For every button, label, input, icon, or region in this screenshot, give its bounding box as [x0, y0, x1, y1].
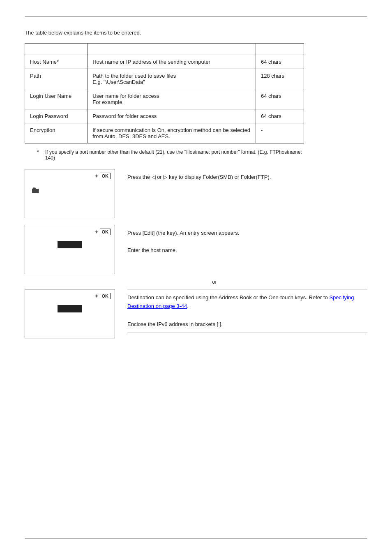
table-cell-encryption-desc: If secure communication is On, encryptio…	[88, 123, 256, 143]
step3-bottom-divider	[127, 333, 367, 333]
step2-dots-icon: ✦	[94, 229, 99, 235]
step3-top-divider	[127, 289, 367, 289]
step3-row: ✦ OK Destination can be specified using …	[25, 289, 367, 345]
step3-ok-button: ✦ OK	[94, 293, 111, 299]
table-header-3	[256, 44, 304, 55]
table-cell-login-user-label: Login User Name	[25, 89, 88, 109]
table-header-2	[88, 44, 256, 55]
table-header-1	[25, 44, 88, 55]
table-cell-path-size: 128 chars	[256, 69, 304, 89]
or-label: or	[212, 279, 217, 285]
step1-folder-icon: 🖿	[31, 185, 40, 196]
table-cell-encryption-size: -	[256, 123, 304, 143]
step2-row: ✦ OK Press [Edit] (the key). An entry sc…	[25, 225, 367, 281]
step3-info-top: Destination can be specified using the A…	[127, 292, 367, 312]
step1-instruction-text: Press the ◁ or ▷ key to display Folder(S…	[127, 174, 271, 180]
step3-black-bar	[58, 305, 82, 312]
table-row: Encryption If secure communication is On…	[25, 123, 304, 143]
step1-ok-label: OK	[100, 173, 111, 179]
step3-device-box: ✦ OK	[25, 289, 115, 338]
step3-dots-icon: ✦	[94, 293, 99, 299]
page: The table below explains the items to be…	[0, 0, 392, 555]
table-cell-path-label: Path	[25, 69, 88, 89]
step2-instruction: Press [Edit] (the key). An entry screen …	[127, 225, 367, 254]
table-cell-host-name-size: 64 chars	[256, 55, 304, 69]
step3-ok-label: OK	[100, 293, 111, 299]
table-row: Host Name* Host name or IP address of th…	[25, 55, 304, 69]
table-cell-login-user-desc: User name for folder access For example,	[88, 89, 256, 109]
table-cell-password-size: 64 chars	[256, 109, 304, 123]
step1-row: ✦ OK 🖿 Press the ◁ or ▷ key to display F…	[25, 169, 367, 225]
table-cell-password-label: Login Password	[25, 109, 88, 123]
table-cell-host-name-label: Host Name*	[25, 55, 88, 69]
table-cell-password-desc: Password for folder access	[88, 109, 256, 123]
main-table: Host Name* Host name or IP address of th…	[25, 43, 304, 143]
step2-instruction-bottom: Enter the host name.	[127, 247, 177, 253]
footnote-asterisk: *	[37, 149, 39, 155]
intro-text: The table below explains the items to be…	[25, 30, 367, 36]
step1-dots-icon: ✦	[94, 173, 99, 179]
step2-ok-button: ✦ OK	[94, 229, 111, 235]
step2-device-box: ✦ OK	[25, 225, 115, 274]
step3-right-panel: Destination can be specified using the A…	[127, 289, 367, 333]
step3-info-bottom-text: Enclose the IPv6 address in brackets [ ]…	[127, 321, 223, 327]
step2-ok-label: OK	[100, 229, 111, 235]
footnote-text: If you specify a port number other than …	[45, 149, 302, 161]
step2-black-bar	[58, 241, 82, 248]
or-divider: or	[62, 279, 367, 285]
step1-device-box: ✦ OK 🖿	[25, 169, 115, 218]
table-cell-login-user-size: 64 chars	[256, 89, 304, 109]
table-cell-host-name-desc: Host name or IP address of the sending c…	[88, 55, 256, 69]
step1-instruction: Press the ◁ or ▷ key to display Folder(S…	[127, 169, 367, 182]
step3-info-top-text: Destination can be specified using the A…	[127, 294, 354, 309]
table-row: Login Password Password for folder acces…	[25, 109, 304, 123]
table-cell-path-desc: Path to the folder used to save files E.…	[88, 69, 256, 89]
table-row: Path Path to the folder used to save fil…	[25, 69, 304, 89]
footnote: * If you specify a port number other tha…	[25, 149, 304, 161]
step1-ok-button: ✦ OK	[94, 173, 111, 179]
bottom-rule	[25, 538, 367, 539]
table-cell-encryption-label: Encryption	[25, 123, 88, 143]
table-row: Login User Name User name for folder acc…	[25, 89, 304, 109]
step3-info-bottom: Enclose the IPv6 address in brackets [ ]…	[127, 319, 367, 331]
top-rule	[25, 16, 367, 17]
specifying-destination-link[interactable]: Specifying Destination on page 3-44	[127, 294, 354, 309]
step2-instruction-top: Press [Edit] (the key). An entry screen …	[127, 230, 239, 236]
